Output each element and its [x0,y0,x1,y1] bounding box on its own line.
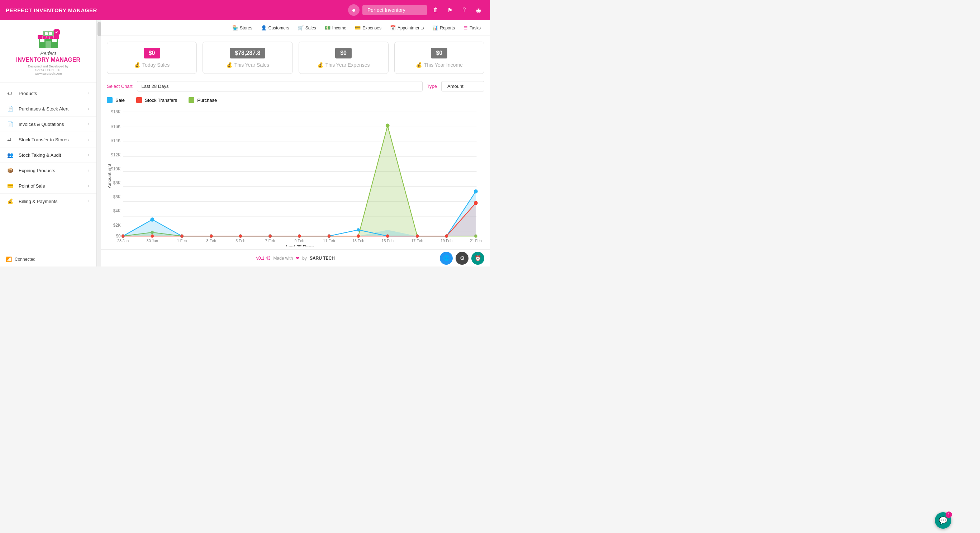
svg-text:5 Feb: 5 Feb [235,239,245,243]
nav-item-sales[interactable]: 🛒 Sales [294,23,320,33]
sidebar-tagline: Designed and Developed by SARU TECH LTD.… [6,65,91,75]
power-icon[interactable]: ◉ [473,4,484,16]
legend-color-sale [107,97,113,103]
stat-card-today-sales: $0 💰 Today Sales [107,41,197,74]
sidebar-item-products[interactable]: 🏷 Products › [0,86,96,101]
header-right: ● Perfect Inventory 🗑 ⚑ ? ◉ [348,4,484,16]
sidebar-item-stock-taking[interactable]: 👥 Stock Taking & Audit › [0,147,96,163]
flag-icon[interactable]: ⚑ [444,4,456,16]
svg-point-62 [386,124,390,128]
header-title: PERFECT INVENTORY MANAGER [6,7,348,13]
svg-marker-66 [123,220,182,236]
stat-label-this-year-sales: 💰 This Year Sales [226,62,269,68]
chevron-right-icon: › [88,183,89,188]
footer-buttons: 🌐 ⚙ ⏰ [440,252,484,265]
trash-icon[interactable]: 🗑 [430,4,441,16]
sidebar-item-expiring[interactable]: 📦 Expiring Products › [0,163,96,178]
footer-version: v0.1.43 [256,256,270,261]
sidebar-status: Connected [15,257,35,262]
search-box[interactable]: Perfect Inventory [363,5,427,15]
main-layout: ✓ Perfect INVENTORY MANAGER Designed and… [0,20,490,266]
legend-item-stock-transfers: Stock Transfers [136,97,177,103]
legend-color-purchase [189,97,194,103]
select-chart-label[interactable]: Select Chart [107,84,133,89]
svg-text:13 Feb: 13 Feb [352,239,364,243]
svg-marker-52 [358,126,417,236]
svg-rect-12 [45,32,48,35]
svg-point-92 [386,235,389,238]
svg-point-77 [356,228,360,231]
nav-item-appointments[interactable]: 📅 Appointments [387,23,427,33]
svg-text:19 Feb: 19 Feb [441,239,452,243]
sidebar: ✓ Perfect INVENTORY MANAGER Designed and… [0,20,97,266]
chevron-right-icon: › [88,121,89,127]
nav-item-label-expenses: Expenses [363,26,382,30]
svg-text:7 Feb: 7 Feb [265,239,275,243]
nav-item-label-income: Income [332,26,346,30]
appointments-nav-icon: 📅 [390,25,396,30]
sidebar-item-billing[interactable]: 💰 Billing & Payments › [0,194,96,209]
translate-icon-btn[interactable]: 🌐 [440,252,453,265]
sidebar-item-label-invoices: Invoices & Quotations [19,121,88,127]
date-range-select[interactable]: Last 28 Days [137,81,423,91]
svg-text:3 Feb: 3 Feb [206,239,216,243]
svg-text:$8K: $8K [113,180,121,185]
stat-icon-this-year-income: 💰 [416,62,422,68]
sidebar-item-label-purchases: Purchases & Stock Alert [19,106,88,112]
nav-item-tasks[interactable]: ☰ Tasks [460,23,484,33]
sidebar-nav: 🏷 Products › 📄 Purchases & Stock Alert ›… [0,83,96,252]
sidebar-logo-first: Perfect [40,51,56,56]
stock-taking-icon: 👥 [7,152,14,158]
stat-label-this-year-income: 💰 This Year Income [416,62,463,68]
nav-item-stores[interactable]: 🏪 Stores [229,23,256,33]
svg-rect-11 [43,31,54,36]
stat-card-this-year-sales: $78,287.8 💰 This Year Sales [202,41,293,74]
billing-icon: 💰 [7,198,14,204]
help-icon[interactable]: ? [458,4,470,16]
sidebar-item-pos[interactable]: 💳 Point of Sale › [0,178,96,194]
svg-text:$14K: $14K [111,138,121,143]
footer-heart-icon: ❤ [296,256,299,261]
invoices-icon: 📄 [7,121,14,127]
footer-made-with: Made with [273,256,293,261]
nav-item-income[interactable]: 💵 Income [321,23,350,33]
svg-text:$18K: $18K [111,109,121,114]
nav-item-reports[interactable]: 📊 Reports [429,23,458,33]
stat-card-this-year-expenses: $0 💰 This Year Expenses [299,41,388,74]
sidebar-item-invoices[interactable]: 📄 Invoices & Quotations › [0,116,96,132]
stat-badge-this-year-income: $0 [431,48,447,59]
clock-icon-btn[interactable]: ⏰ [471,252,484,265]
nav-item-label-reports: Reports [440,26,455,30]
nav-item-label-sales: Sales [305,26,316,30]
type-value[interactable]: Amount [441,81,484,91]
chevron-right-icon: › [88,152,89,158]
stat-badge-this-year-expenses: $0 [335,48,352,59]
chevron-right-icon: › [88,137,89,142]
nav-item-label-tasks: Tasks [469,26,481,30]
nav-item-expenses[interactable]: 💳 Expenses [351,23,385,33]
chart-legend: Sale Stock Transfers Purchase [101,94,490,106]
sidebar-item-label-billing: Billing & Payments [19,199,88,204]
nav-item-customers[interactable]: 👤 Customers [258,23,293,33]
stat-icon-today-sales: 💰 [134,62,140,68]
settings-icon-btn[interactable]: ⚙ [456,252,468,265]
sidebar-item-stock-transfer[interactable]: ⇄ Stock Transfer to Stores › [0,132,96,147]
store-icon: ✓ [36,27,61,49]
stats-row: $0 💰 Today Sales $78,287.8 💰 This Year S… [101,36,490,80]
stat-label-this-year-expenses: 💰 This Year Expenses [317,62,370,68]
sidebar-scrollbar[interactable] [97,20,101,266]
user-avatar-icon[interactable]: ● [348,4,360,16]
sidebar-item-purchases[interactable]: 📄 Purchases & Stock Alert › [0,101,96,116]
expiring-icon: 📦 [7,168,14,173]
sidebar-footer: 📶 Connected [0,252,96,266]
svg-rect-4 [52,39,57,42]
main-chart: $18K $16K $14K $12K $10K $8K $6K $4K $2K… [107,106,484,246]
tasks-nav-icon: ☰ [463,25,468,30]
svg-text:28 Jan: 28 Jan [117,239,129,243]
pos-icon: 💳 [7,183,14,189]
svg-point-95 [474,201,478,205]
svg-point-84 [151,235,154,238]
nav-item-label-stores: Stores [240,26,252,30]
svg-point-86 [210,235,213,238]
stat-icon-this-year-expenses: 💰 [317,62,323,68]
